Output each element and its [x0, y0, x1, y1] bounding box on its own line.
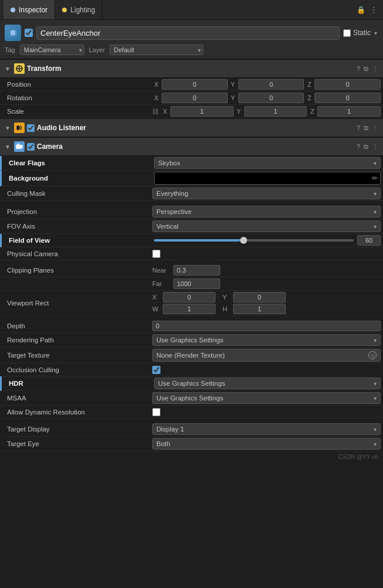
tab-inspector[interactable]: Inspector: [4, 0, 55, 19]
scale-lock-icon[interactable]: ⛓: [152, 108, 159, 115]
viewport-rect-row: Viewport Rect X Y W H: [0, 291, 383, 316]
fov-axis-dropdown[interactable]: Vertical ▾: [152, 220, 381, 232]
fov-slider-track[interactable]: [154, 239, 354, 242]
rot-x-label: X: [152, 94, 160, 101]
audio-kebab-icon[interactable]: ⋮: [372, 124, 378, 132]
transform-collapse-arrow: ▼: [5, 66, 12, 72]
transform-kebab-icon[interactable]: ⋮: [372, 65, 378, 73]
position-y-input[interactable]: [238, 79, 305, 90]
tag-select-wrap[interactable]: MainCamera: [20, 45, 84, 55]
target-texture-value: None (Render Texture): [156, 352, 225, 359]
scale-z-label: Z: [308, 108, 316, 115]
scale-value: ⛓ X Y Z: [150, 105, 383, 118]
position-x-input[interactable]: [162, 79, 228, 90]
layer-select-wrap[interactable]: Default: [110, 45, 203, 55]
projection-row: Projection Perspective ▾: [0, 205, 383, 219]
target-eye-arrow: ▾: [374, 441, 377, 447]
target-texture-field[interactable]: None (Render Texture) ◎: [152, 349, 381, 362]
clear-flags-label: Clear Flags: [2, 158, 152, 168]
position-z-input[interactable]: [314, 79, 381, 90]
vp-y-input[interactable]: [233, 292, 286, 303]
clear-flags-dropdown[interactable]: Skybox ▾: [154, 157, 381, 169]
culling-mask-dropdown[interactable]: Everything ▾: [152, 188, 381, 199]
depth-input[interactable]: [152, 321, 381, 331]
audio-help-icon[interactable]: ?: [357, 124, 360, 132]
vp-h-input[interactable]: [233, 304, 286, 314]
transform-section-title: Transform: [27, 64, 354, 73]
allow-dynamic-resolution-checkbox[interactable]: [152, 408, 160, 416]
rendering-path-dropdown[interactable]: Use Graphics Settings ▾: [152, 334, 381, 346]
allow-dynamic-resolution-label: Allow Dynamic Resolution: [0, 407, 150, 417]
svg-marker-7: [22, 145, 23, 148]
tab-lighting[interactable]: Lighting: [55, 0, 102, 19]
transform-section-header[interactable]: ▼ Transform ? ⧉ ⋮: [0, 59, 383, 78]
scale-x-input[interactable]: [170, 106, 234, 117]
projection-arrow: ▾: [374, 209, 377, 215]
position-label: Position: [0, 79, 150, 90]
hdr-label: HDR: [2, 378, 152, 389]
background-label: Background: [2, 173, 152, 183]
target-eye-dropdown[interactable]: Both ▾: [152, 438, 381, 450]
audio-listener-enabled-checkbox[interactable]: [27, 124, 35, 132]
target-texture-row: Target Texture None (Render Texture) ◎: [0, 348, 383, 363]
projection-label: Projection: [0, 206, 150, 217]
tag-select[interactable]: MainCamera: [20, 45, 84, 55]
culling-mask-arrow: ▾: [374, 191, 377, 197]
hdr-dropdown[interactable]: Use Graphics Settings ▾: [154, 378, 381, 389]
object-name-input[interactable]: [36, 26, 340, 40]
occlusion-culling-checkbox[interactable]: [152, 366, 160, 374]
scale-z-input[interactable]: [317, 106, 381, 117]
physical-camera-checkbox[interactable]: [152, 250, 160, 258]
camera-kebab-icon[interactable]: ⋮: [372, 143, 378, 151]
culling-mask-value: Everything: [156, 190, 188, 197]
svg-rect-6: [16, 145, 22, 149]
vp-x-input[interactable]: [163, 292, 216, 303]
camera-settings-icon[interactable]: ⧉: [364, 143, 368, 151]
target-texture-select-icon[interactable]: ◎: [368, 351, 377, 359]
projection-dropdown[interactable]: Perspective ▾: [152, 206, 381, 217]
color-eyedropper-icon[interactable]: ✏: [372, 174, 378, 182]
camera-section-icon: [14, 141, 25, 152]
clipping-far-row: Far: [0, 277, 383, 291]
far-value-input[interactable]: [173, 278, 220, 289]
rotation-z-input[interactable]: [314, 93, 381, 103]
target-display-row: Target Display Display 1 ▾: [0, 422, 383, 437]
pos-z-label: Z: [305, 81, 313, 88]
msaa-dropdown[interactable]: Use Graphics Settings ▾: [152, 392, 381, 404]
culling-mask-row: Culling Mask Everything ▾: [0, 186, 383, 201]
camera-enabled-checkbox[interactable]: [27, 143, 35, 151]
object-enabled-checkbox[interactable]: [25, 29, 33, 37]
kebab-menu-icon[interactable]: ⋮: [370, 6, 377, 14]
layer-select[interactable]: Default: [110, 45, 203, 55]
target-display-dropdown[interactable]: Display 1 ▾: [152, 423, 381, 435]
near-value-input[interactable]: [173, 265, 220, 276]
vp-w-input[interactable]: [163, 304, 216, 314]
scale-y-input[interactable]: [244, 106, 307, 117]
rot-y-label: Y: [229, 94, 237, 101]
background-color-swatch[interactable]: ✏: [154, 172, 381, 185]
transform-settings-icon[interactable]: ⧉: [364, 65, 368, 73]
audio-listener-section-header[interactable]: ▼ Audio Listener ? ⧉ ⋮: [0, 118, 383, 137]
hdr-row: HDR Use Graphics Settings ▾: [0, 376, 383, 391]
rotation-y-input[interactable]: [238, 93, 305, 103]
rotation-x-input[interactable]: [162, 93, 228, 103]
fov-slider-thumb[interactable]: [240, 237, 247, 244]
transform-help-icon[interactable]: ?: [357, 65, 360, 73]
camera-help-icon[interactable]: ?: [357, 143, 360, 151]
static-dropdown-arrow[interactable]: ▾: [373, 30, 378, 36]
audio-settings-icon[interactable]: ⧉: [364, 124, 368, 132]
clipping-far-spacer: [0, 282, 150, 285]
pos-x-label: X: [152, 81, 160, 88]
lock-icon[interactable]: 🔒: [357, 6, 365, 14]
fov-value-input[interactable]: [357, 235, 381, 246]
clipping-near-row: Clipping Planes Near: [0, 264, 383, 277]
clear-flags-arrow: ▾: [374, 160, 377, 166]
rendering-path-row: Rendering Path Use Graphics Settings ▾: [0, 333, 383, 348]
static-checkbox[interactable]: [343, 29, 351, 37]
scale-y-label: Y: [235, 108, 243, 115]
camera-section-header[interactable]: ▼ Camera ? ⧉ ⋮: [0, 137, 383, 156]
fov-axis-label: FOV Axis: [0, 221, 150, 232]
msaa-row: MSAA Use Graphics Settings ▾: [0, 391, 383, 406]
target-display-value: Display 1: [156, 426, 184, 433]
scale-x-label: X: [161, 108, 169, 115]
